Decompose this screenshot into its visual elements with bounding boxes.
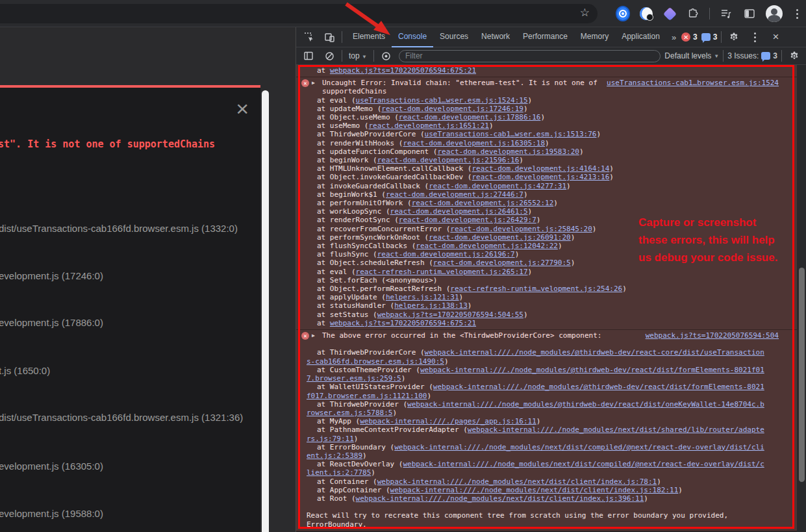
console-sidebar-icon[interactable] — [300, 48, 317, 64]
bookmark-star-icon[interactable]: ☆ — [580, 6, 590, 20]
source-link[interactable]: react-dom.development.js:26091:20 — [429, 233, 571, 242]
scrollbar-thumb[interactable] — [799, 268, 805, 482]
tab-list-icon[interactable] — [719, 6, 733, 21]
tab-console[interactable]: Console — [392, 27, 433, 47]
source-link[interactable]: webpack-internal:///./node_modules/@thir… — [307, 383, 764, 399]
devtools-menu-icon[interactable] — [746, 29, 763, 45]
tab-performance[interactable]: Performance — [516, 27, 574, 47]
toolbar-divider — [373, 50, 374, 62]
inspect-element-icon[interactable] — [300, 29, 317, 45]
device-toolbar-icon[interactable] — [321, 29, 338, 45]
close-icon[interactable]: × — [236, 99, 249, 118]
source-link[interactable]: react-refresh-runtim…velopment.js:265:17 — [356, 268, 528, 276]
source-link[interactable]: react-dom.development.js:12042:22 — [416, 242, 558, 250]
source-link[interactable]: webpack-internal:///./node_modules/@thir… — [307, 400, 764, 417]
source-link[interactable]: react-dom.development.js:4213:16 — [472, 173, 609, 181]
tab-memory[interactable]: Memory — [574, 27, 615, 47]
time-tracker-extension-icon[interactable] — [639, 6, 653, 21]
overlay-stack-frame[interactable]: evelopment.js (19588:0) — [0, 508, 103, 519]
source-link[interactable]: helpers.js:121:31 — [386, 293, 459, 301]
issues-counter[interactable]: 3 Issues: 3 — [727, 51, 777, 60]
source-link[interactable]: react-dom.development.js:26196:7 — [377, 250, 515, 259]
address-bar[interactable]: ☆ — [0, 4, 598, 23]
source-link[interactable]: react-dom.development.js:21596:16 — [377, 156, 520, 164]
error-footer-line: ErrorBoundary. — [307, 520, 792, 529]
source-link[interactable]: webpack.js?ts=1702205076594:675:21 — [330, 66, 476, 75]
source-link[interactable]: react-dom.development.js:17886:16 — [399, 113, 541, 121]
source-link[interactable]: react-dom.development.js:4164:14 — [472, 164, 609, 173]
stack-frame: at Container (webpack-internal:///./node… — [307, 477, 765, 486]
page-scrollbar[interactable] — [262, 90, 269, 532]
profile-avatar[interactable] — [766, 5, 783, 22]
console-error-row-2[interactable]: ✕ ▶ webpack.js?ts=1702205076594:504 The … — [296, 330, 797, 531]
source-link[interactable]: useTransactions-cab1…browser.esm.js:1524 — [607, 79, 779, 87]
tab-sources[interactable]: Sources — [433, 27, 475, 47]
tab-network[interactable]: Network — [475, 27, 516, 47]
console-settings-gear-icon[interactable] — [786, 48, 803, 64]
stack-frame: at applyUpdate (helpers.js:121:31) — [307, 293, 765, 301]
stack-frame: at workLoopSync (react-dom.development.j… — [307, 207, 765, 216]
source-link[interactable]: webpack-internal:///./node_modules/next/… — [356, 494, 644, 503]
source-link[interactable]: webpack.js?ts=1702205076594:675:21 — [330, 319, 476, 327]
diamond-extension-icon[interactable] — [662, 6, 677, 21]
overlay-stack-frame[interactable]: evelopment.js (16305:0) — [0, 461, 103, 472]
stack-frame: at ThirdwebProviderCore (useTransactions… — [307, 130, 765, 138]
stack-frame: at eval (useTransactions-cab1…wser.esm.j… — [307, 96, 765, 105]
blue-circle-extension-icon[interactable] — [616, 6, 630, 21]
expand-triangle-icon[interactable]: ▶ — [312, 79, 315, 87]
source-link[interactable]: webpack-internal:///./node_modules/next/… — [390, 486, 679, 494]
source-link[interactable]: webpack-internal:///./node_modules/next/… — [307, 443, 764, 460]
tab-application[interactable]: Application — [615, 27, 666, 47]
overlay-stack-frame[interactable]: evelopment.js (17246:0) — [0, 270, 103, 281]
overlay-stack-frame[interactable]: dist/useTransactions-cab166fd.browser.es… — [0, 223, 238, 234]
source-link[interactable]: react-dom.development.js:19583:20 — [437, 147, 579, 156]
filter-input[interactable] — [399, 50, 661, 62]
expand-triangle-icon[interactable]: ▶ — [312, 331, 315, 340]
source-link[interactable]: useTransactions-cab1…wser.esm.js:1524:15 — [356, 96, 528, 105]
stack-frame: at beginWork (react-dom.development.js:2… — [307, 156, 765, 164]
source-link[interactable]: react-dom.development.js:4277:31 — [429, 182, 566, 190]
extensions-puzzle-icon[interactable] — [686, 6, 700, 21]
source-link[interactable]: helpers.js:138:13 — [394, 301, 468, 310]
source-link[interactable]: react-dom.development.js:25845:20 — [450, 225, 592, 233]
source-link[interactable]: webpack.js?ts=1702205076594:504:55 — [377, 310, 523, 319]
source-link[interactable]: webpack-internal:///./node_modules/@thir… — [307, 366, 764, 383]
stack-frame: at Object.scheduleRefresh (react-dom.dev… — [307, 259, 765, 267]
source-link[interactable]: webpack-internal:///./pages/_app.js:16:1… — [360, 417, 536, 425]
source-link[interactable]: webpack-internal:///./node_modules/next/… — [377, 477, 657, 486]
overlay-stack-frame[interactable]: t.js (1650:0) — [0, 365, 50, 376]
clear-console-icon[interactable] — [321, 48, 338, 64]
source-link[interactable]: react-dom.development.js:27790:5 — [433, 259, 571, 267]
overlay-stack-frame[interactable]: dist/useTransactions-cab166fd.browser.es… — [0, 412, 243, 423]
more-tabs-icon[interactable]: » — [670, 32, 677, 42]
source-link[interactable]: webpack-internal:///./node_modules/next/… — [307, 460, 764, 477]
context-selector[interactable]: top ▼ — [346, 51, 370, 60]
source-link[interactable]: react-dom.development.js:26429:7 — [399, 216, 536, 224]
source-link[interactable]: react-dom.development.js:26552:12 — [412, 199, 554, 207]
console-scrollbar[interactable] — [797, 65, 806, 532]
error-count-badge[interactable]: ✕3 — [681, 32, 698, 42]
overlay-stack-frame[interactable]: evelopment.js (17886:0) — [0, 317, 103, 328]
source-link[interactable]: webpack-internal:///./node_modules/next/… — [307, 425, 764, 442]
console-error-row-1[interactable]: ✕ ▶ useTransactions-cab1…browser.esm.js:… — [296, 77, 797, 330]
browser-menu-icon[interactable] — [792, 9, 802, 19]
console-row-previous-tail[interactable]: at webpack.js?ts=1702205076594:675:21 — [296, 65, 797, 77]
stack-frame: at Object.useMemo (react-dom.development… — [307, 113, 765, 121]
tab-elements[interactable]: Elements — [346, 27, 392, 47]
message-count-badge[interactable]: 3 — [701, 32, 718, 42]
source-link[interactable]: react-dom.development.js:26461:5 — [390, 207, 528, 216]
source-link[interactable]: webpack.js?ts=1702205076594:504 — [646, 331, 779, 340]
source-link[interactable]: react-dom.development.js:27446:7 — [386, 190, 523, 199]
source-link[interactable]: react.development.js:1651:21 — [368, 121, 488, 130]
settings-gear-icon[interactable] — [725, 29, 742, 45]
source-link[interactable]: react-refresh-runtim…velopment.js:254:26 — [450, 285, 622, 293]
side-panel-icon[interactable] — [742, 6, 757, 21]
live-expression-eye-icon[interactable] — [378, 48, 395, 64]
source-link[interactable]: react-dom.development.js:17246:19 — [381, 105, 523, 113]
log-levels-dropdown[interactable]: Default levels ▼ — [664, 51, 719, 60]
nextjs-error-overlay: × st". It is not one of supportedChains … — [0, 85, 260, 532]
devtools-close-icon[interactable]: × — [767, 29, 784, 45]
source-link[interactable]: webpack-internal:///./node_modules/@thir… — [307, 348, 764, 365]
source-link[interactable]: react-dom.development.js:16305:18 — [403, 139, 545, 147]
source-link[interactable]: useTransactions-cab1…wser.esm.js:1513:76 — [425, 130, 597, 138]
